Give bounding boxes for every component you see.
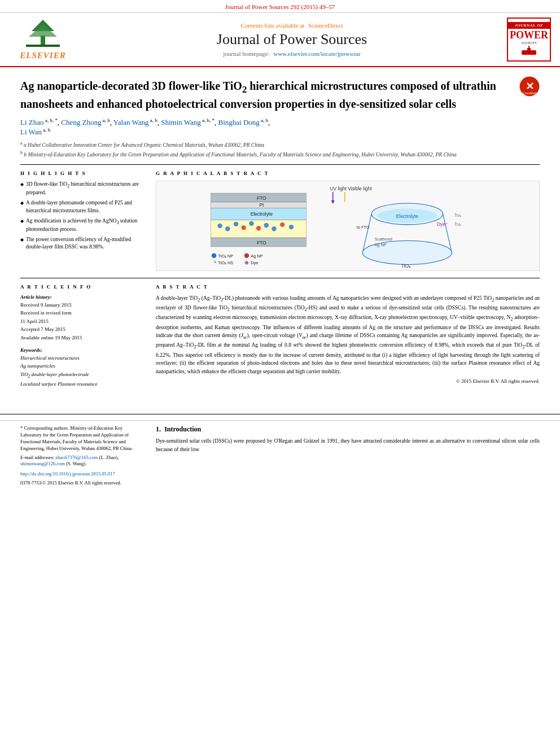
affiliation-b: b Ministry-of-Education Key Laboratory f… bbox=[24, 152, 456, 158]
keywords-label: Keywords: bbox=[20, 347, 145, 353]
doi-link[interactable]: http://dx.doi.org/10.1016/j.jpowsour.201… bbox=[20, 471, 115, 477]
copyright-notice: © 2015 Elsevier B.V. All rights reserved… bbox=[156, 378, 540, 384]
svg-point-22 bbox=[249, 221, 253, 226]
journal-logo-box: JOURNAL OF POWER SOURCES bbox=[507, 18, 551, 62]
svg-text:Dye: Dye bbox=[251, 261, 258, 266]
received-date: Received 9 January 2015 bbox=[20, 301, 145, 309]
email2-link[interactable]: shiminwang@126.com bbox=[20, 461, 65, 466]
author-li-zhao-sup: a, b, * bbox=[44, 117, 58, 123]
svg-rect-5 bbox=[522, 50, 536, 55]
email-label: E-mail addresses: bbox=[20, 455, 54, 460]
svg-text:FTO: FTO bbox=[257, 195, 266, 201]
svg-point-19 bbox=[225, 226, 230, 231]
keyword-2: Ag nanoparticles bbox=[20, 362, 145, 370]
keyword-4: Localized surface Plasmon resonance bbox=[20, 380, 145, 388]
svg-text:Electrolyte: Electrolyte bbox=[251, 211, 273, 217]
article-history-label: Article history: bbox=[20, 294, 145, 300]
email1-link[interactable]: zhaoli7376@163.com bbox=[55, 455, 98, 460]
corresponding-text: * Corresponding authors. Ministry-of-Edu… bbox=[20, 425, 133, 451]
email-footnote: E-mail addresses: zhaoli7376@163.com (L.… bbox=[20, 455, 145, 468]
footnotes-area: * Corresponding authors. Ministry-of-Edu… bbox=[0, 420, 560, 493]
bullet-3: ◆ bbox=[20, 218, 24, 233]
article-dates: Received 9 January 2015 Received in revi… bbox=[20, 301, 145, 342]
main-content: Ag nanoparticle-decorated 3D flower-like… bbox=[0, 67, 560, 408]
email2-name: S. Wang bbox=[68, 461, 84, 466]
svg-rect-13 bbox=[211, 202, 307, 208]
available-date: Available online 19 May 2015 bbox=[20, 334, 145, 342]
highlight-text-2: A double-layer photoanode composed of P2… bbox=[26, 199, 145, 215]
svg-text:Dye⁺: Dye⁺ bbox=[437, 221, 448, 227]
author-binghai-dong-sup: a, b bbox=[260, 117, 268, 123]
sciencedirect-link[interactable]: ScienceDirect bbox=[308, 22, 343, 29]
highlight-text-3: Ag modification is achieved by the AgNO3… bbox=[26, 217, 145, 233]
affiliation-a: a Hubei Collaborative Innovation Center … bbox=[24, 142, 264, 148]
author-yalan-wang: Yalan Wang bbox=[113, 118, 149, 126]
contents-text: Contents lists available at bbox=[240, 22, 304, 29]
received-revised-label: Received in revised form bbox=[20, 309, 145, 317]
title-row: Ag nanoparticle-decorated 3D flower-like… bbox=[20, 74, 540, 117]
journal-header: ELSEVIER Contents lists available at Sci… bbox=[0, 13, 560, 67]
elsevier-wordmark: ELSEVIER bbox=[20, 51, 65, 60]
svg-rect-4 bbox=[26, 45, 60, 47]
bullet-2: ◆ bbox=[20, 200, 24, 215]
svg-text:TiO₂ HS: TiO₂ HS bbox=[218, 261, 233, 266]
svg-text:Ag NP: Ag NP bbox=[251, 254, 262, 259]
author-li-wan: Li Wan bbox=[20, 128, 42, 136]
highlight-item-2: ◆ A double-layer photoanode composed of … bbox=[20, 199, 145, 215]
author-yalan-wang-sup: a, b bbox=[148, 117, 157, 123]
bullet-4: ◆ bbox=[20, 237, 24, 251]
svg-point-23 bbox=[256, 226, 261, 230]
svg-text:Scattered: Scattered bbox=[374, 237, 392, 242]
crossmark-icon: ✕ CrossMark bbox=[519, 76, 540, 97]
logo-bot-text: SOURCES bbox=[521, 41, 536, 46]
power-sources-icon bbox=[520, 46, 537, 57]
highlights-list: ◆ 3D flower-like TiO2 hierarchical micro… bbox=[20, 181, 145, 251]
keyword-1: Hierarchical microstructures bbox=[20, 354, 145, 362]
highlights-graphical-section: H I G H L I G H T S ◆ 3D flower-like TiO… bbox=[20, 164, 540, 271]
article-history-block: Article history: Received 9 January 2015… bbox=[20, 294, 145, 342]
svg-point-24 bbox=[264, 223, 268, 228]
intro-body-text: Dye-sensitized solar cells (DSSCs) were … bbox=[156, 437, 540, 453]
svg-rect-1 bbox=[41, 36, 45, 46]
author-li-wan-sup: a, b bbox=[42, 127, 50, 133]
homepage-url[interactable]: www.elsevier.com/locate/jpowsour bbox=[273, 50, 360, 57]
keywords-block: Keywords: Hierarchical microstructures A… bbox=[20, 347, 145, 388]
svg-text:✕: ✕ bbox=[526, 81, 534, 92]
logo-top-text: JOURNAL OF bbox=[508, 22, 550, 29]
svg-point-18 bbox=[217, 224, 222, 228]
footnotes-left: * Corresponding authors. Ministry-of-Edu… bbox=[20, 425, 145, 489]
crossmark-badge[interactable]: ✕ CrossMark bbox=[519, 76, 540, 99]
svg-text:UV light  Visible light: UV light Visible light bbox=[330, 186, 372, 191]
svg-text:Electrolyte: Electrolyte bbox=[396, 213, 419, 219]
author-li-zhao: Li Zhao bbox=[20, 118, 44, 126]
sciencedirect-line: Contents lists available at ScienceDirec… bbox=[77, 22, 507, 29]
footnotes-right: 1. Introduction Dye-sensitized solar cel… bbox=[156, 425, 540, 489]
journal-title: Journal of Power Sources bbox=[77, 31, 507, 48]
highlights-column: H I G H L I G H T S ◆ 3D flower-like TiO… bbox=[20, 171, 145, 271]
graphical-abstract-label: G R A P H I C A L A B S T R A C T bbox=[156, 171, 540, 176]
email1-name: L. Zhao bbox=[100, 455, 116, 460]
corresponding-footnote: * Corresponding authors. Ministry-of-Edu… bbox=[20, 425, 145, 452]
intro-section-title: Introduction bbox=[164, 425, 201, 433]
issn-line: 0378-7753/© 2015 Elsevier B.V. All right… bbox=[20, 480, 145, 487]
svg-rect-6 bbox=[527, 48, 531, 50]
svg-point-32 bbox=[244, 254, 249, 258]
svg-text:Pt: Pt bbox=[259, 202, 264, 208]
section-divider bbox=[0, 414, 560, 414]
article-info-abstract-section: A R T I C L E I N F O Article history: R… bbox=[20, 278, 540, 394]
article-title: Ag nanoparticle-decorated 3D flower-like… bbox=[20, 78, 514, 112]
svg-point-20 bbox=[234, 222, 238, 226]
received-revised-date: 11 April 2015 bbox=[20, 317, 145, 325]
highlight-text-4: The power conversion efficiency of Ag-mo… bbox=[26, 236, 145, 251]
svg-text:Ag NP: Ag NP bbox=[374, 242, 386, 247]
svg-text:TiO₂: TiO₂ bbox=[401, 263, 410, 269]
svg-point-26 bbox=[280, 222, 285, 227]
highlight-text-1: 3D flower-like TiO2 hierarchical microst… bbox=[26, 181, 145, 196]
svg-point-25 bbox=[272, 226, 276, 231]
svg-point-27 bbox=[289, 225, 294, 229]
svg-text:TiO₂ NP: TiO₂ NP bbox=[218, 254, 233, 259]
abstract-column: A B S T R A C T A double-layer TiO2 (Ag–… bbox=[156, 284, 540, 394]
elsevier-logo: ELSEVIER bbox=[9, 19, 77, 60]
svg-text:CrossMark: CrossMark bbox=[523, 91, 537, 95]
accepted-date: Accepted 7 May 2015 bbox=[20, 325, 145, 333]
